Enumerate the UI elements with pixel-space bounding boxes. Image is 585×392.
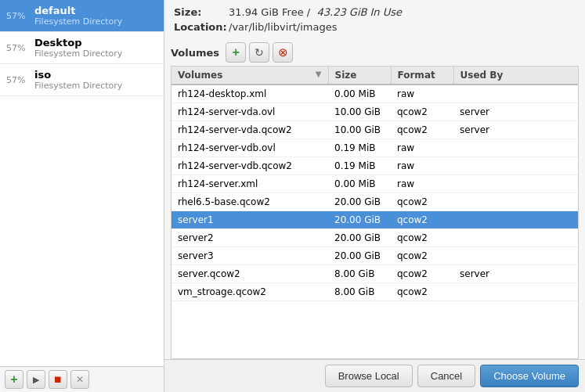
sidebar-item-iso[interactable]: 57% iso Filesystem Directory [0,64,164,96]
volumes-table-container: Volumes ▼ Size Format Used By rh124-desk… [171,66,579,359]
sidebar-item-type: Filesystem Directory [34,81,122,91]
volume-used-by: server [453,121,578,139]
delete-volume-icon: ⊗ [278,45,288,59]
sidebar-item-percent: 57% [6,75,28,85]
volumes-label: Volumes [171,47,219,59]
add-volume-icon: + [232,45,239,59]
volume-size: 0.19 MiB [328,139,391,157]
volume-name: vm_stroage.qcow2 [172,283,328,301]
volume-name: server1 [172,211,328,229]
volume-used-by [453,247,578,265]
volumes-panel: Size: 31.94 GiB Free / 43.23 GiB In Use … [164,0,585,392]
volume-size: 8.00 GiB [328,283,391,301]
sidebar-item-name: iso [34,69,122,81]
location-label: Location: [174,21,229,33]
volume-format: qcow2 [391,283,453,301]
table-row[interactable]: rhel6.5-base.qcow2 20.00 GiB qcow2 [172,193,578,211]
volume-size: 10.00 GiB [328,121,391,139]
location-value: /var/lib/libvirt/images [229,21,338,33]
table-row[interactable]: server3 20.00 GiB qcow2 [172,247,578,265]
sidebar-item-default[interactable]: 57% default Filesystem Directory [0,0,164,32]
bottom-action-bar: Browse Local Cancel Choose Volume [164,359,585,392]
volume-used-by [453,175,578,193]
volume-format: qcow2 [391,265,453,283]
col-used-by[interactable]: Used By [453,67,578,85]
volume-name: rhel6.5-base.qcow2 [172,193,328,211]
col-volumes[interactable]: Volumes ▼ [172,67,328,85]
col-size[interactable]: Size [328,67,391,85]
volumes-table: Volumes ▼ Size Format Used By rh124-desk… [172,67,578,301]
table-row[interactable]: server2 20.00 GiB qcow2 [172,229,578,247]
table-row[interactable]: rh124-server-vda.qcow2 10.00 GiB qcow2 s… [172,121,578,139]
table-row[interactable]: rh124-server-vdb.qcow2 0.19 MiB raw [172,157,578,175]
volume-used-by [453,283,578,301]
remove-icon: ✕ [76,374,84,385]
volume-format: raw [391,85,453,103]
volume-size: 20.00 GiB [328,193,391,211]
cancel-button[interactable]: Cancel [417,365,475,387]
volume-name: server.qcow2 [172,265,328,283]
sidebar-item-percent: 57% [6,11,28,21]
play-icon: ▶ [33,375,39,385]
sidebar-item-desktop[interactable]: 57% Desktop Filesystem Directory [0,32,164,64]
volume-size: 0.19 MiB [328,157,391,175]
volume-used-by [453,193,578,211]
volume-name: rh124-server.xml [172,175,328,193]
sort-arrow-icon: ▼ [316,70,322,78]
volume-size: 0.00 MiB [328,175,391,193]
volume-format: qcow2 [391,103,453,121]
table-row[interactable]: rh124-server.xml 0.00 MiB raw [172,175,578,193]
pool-info: Size: 31.94 GiB Free / 43.23 GiB In Use … [164,0,585,39]
volume-size: 0.00 MiB [328,85,391,103]
volume-size: 20.00 GiB [328,229,391,247]
size-label: Size: [174,6,229,18]
volume-name: rh124-server-vda.qcow2 [172,121,328,139]
browse-local-button[interactable]: Browse Local [325,365,413,387]
sidebar-item-type: Filesystem Directory [34,16,122,27]
sidebar-item-type: Filesystem Directory [34,49,122,59]
sidebar-item-name: Desktop [34,37,122,49]
volume-format: raw [391,139,453,157]
volume-format: qcow2 [391,229,453,247]
remove-pool-button[interactable]: ✕ [70,370,89,389]
table-row[interactable]: server.qcow2 8.00 GiB qcow2 server [172,265,578,283]
volume-format: qcow2 [391,193,453,211]
volume-used-by [453,157,578,175]
volume-name: rh124-server-vda.ovl [172,103,328,121]
stop-icon: ⏹ [53,374,63,385]
stop-pool-button[interactable]: ⏹ [49,370,67,389]
volume-format: qcow2 [391,121,453,139]
volume-size: 20.00 GiB [328,211,391,229]
sidebar-item-percent: 57% [6,43,28,53]
volume-name: rh124-server-vdb.ovl [172,139,328,157]
volume-format: qcow2 [391,247,453,265]
table-row[interactable]: rh124-server-vda.ovl 10.00 GiB qcow2 ser… [172,103,578,121]
col-format[interactable]: Format [391,67,453,85]
table-row[interactable]: server1 20.00 GiB qcow2 [172,211,578,229]
delete-volume-button[interactable]: ⊗ [273,42,293,63]
volume-name: rh124-desktop.xml [172,85,328,103]
table-row[interactable]: rh124-server-vdb.ovl 0.19 MiB raw [172,139,578,157]
volume-used-by [453,211,578,229]
volume-size: 20.00 GiB [328,247,391,265]
start-pool-button[interactable]: ▶ [27,370,45,389]
volume-size: 8.00 GiB [328,265,391,283]
refresh-volumes-button[interactable]: ↻ [249,42,269,63]
plus-icon: + [10,372,17,387]
volume-format: qcow2 [391,211,453,229]
table-row[interactable]: rh124-desktop.xml 0.00 MiB raw [172,85,578,103]
table-row[interactable]: vm_stroage.qcow2 8.00 GiB qcow2 [172,283,578,301]
size-value: 31.94 GiB Free / 43.23 GiB In Use [229,6,402,18]
volume-size: 10.00 GiB [328,103,391,121]
volumes-toolbar: Volumes + ↻ ⊗ [164,39,585,66]
add-pool-button[interactable]: + [5,370,23,389]
volume-used-by: server [453,265,578,283]
volume-used-by [453,85,578,103]
choose-volume-button[interactable]: Choose Volume [480,365,579,387]
sidebar-toolbar: + ▶ ⏹ ✕ [0,366,164,392]
volume-format: raw [391,157,453,175]
storage-pool-sidebar: 57% default Filesystem Directory 57% Des… [0,0,164,392]
volume-name: rh124-server-vdb.qcow2 [172,157,328,175]
add-volume-button[interactable]: + [226,42,246,63]
volume-name: server3 [172,247,328,265]
